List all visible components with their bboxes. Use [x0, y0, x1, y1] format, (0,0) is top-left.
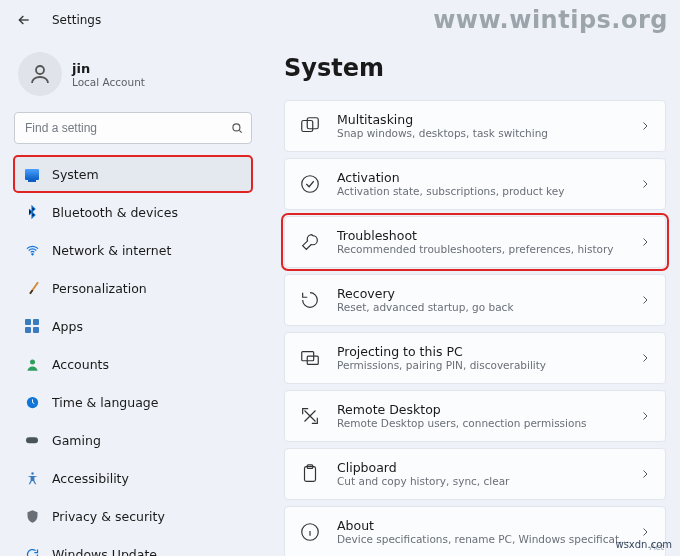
card-title: Clipboard: [337, 460, 631, 476]
apps-icon: [24, 318, 40, 334]
sidebar-item-label: Apps: [52, 319, 83, 334]
sidebar-item-label: Personalization: [52, 281, 147, 296]
card-recovery[interactable]: RecoveryReset, advanced startup, go back: [284, 274, 666, 326]
sidebar-item-system[interactable]: System: [14, 156, 252, 192]
svg-point-1: [233, 124, 240, 131]
card-title: Remote Desktop: [337, 402, 631, 418]
sidebar-item-accessibility[interactable]: Accessibility: [14, 460, 252, 496]
sidebar-item-label: Network & internet: [52, 243, 171, 258]
card-sub: Recommended troubleshooters, preferences…: [337, 243, 631, 256]
card-multitasking[interactable]: MultitaskingSnap windows, desktops, task…: [284, 100, 666, 152]
title-bar: Settings: [0, 0, 680, 40]
update-icon: [24, 546, 40, 556]
card-troubleshoot[interactable]: TroubleshootRecommended troubleshooters,…: [284, 216, 666, 268]
sidebar-item-privacy[interactable]: Privacy & security: [14, 498, 252, 534]
card-clipboard[interactable]: ClipboardCut and copy history, sync, cle…: [284, 448, 666, 500]
account-block[interactable]: jin Local Account: [14, 46, 252, 112]
card-remote-desktop[interactable]: Remote DesktopRemote Desktop users, conn…: [284, 390, 666, 442]
troubleshoot-icon: [299, 231, 321, 253]
sidebar-item-gaming[interactable]: Gaming: [14, 422, 252, 458]
chevron-right-icon: [639, 120, 651, 132]
sidebar-item-apps[interactable]: Apps: [14, 308, 252, 344]
sidebar-item-accounts[interactable]: Accounts: [14, 346, 252, 382]
chevron-right-icon: [639, 236, 651, 248]
card-title: About: [337, 518, 631, 534]
multitasking-icon: [299, 115, 321, 137]
page-title: System: [284, 54, 666, 82]
account-sub: Local Account: [72, 76, 145, 88]
main-panel: System MultitaskingSnap windows, desktop…: [264, 40, 680, 556]
chevron-right-icon: [639, 294, 651, 306]
person-icon: [24, 356, 40, 372]
sidebar-item-label: Accounts: [52, 357, 109, 372]
card-activation[interactable]: ActivationActivation state, subscription…: [284, 158, 666, 210]
sidebar-item-label: Accessibility: [52, 471, 129, 486]
card-sub: Activation state, subscriptions, product…: [337, 185, 631, 198]
display-icon: [24, 166, 40, 182]
card-sub: Reset, advanced startup, go back: [337, 301, 631, 314]
sidebar-item-label: Bluetooth & devices: [52, 205, 178, 220]
card-title: Troubleshoot: [337, 228, 631, 244]
sidebar-item-label: System: [52, 167, 99, 182]
search-wrap: [14, 112, 252, 144]
settings-list: MultitaskingSnap windows, desktops, task…: [284, 100, 666, 556]
sidebar-item-network[interactable]: Network & internet: [14, 232, 252, 268]
nav: System Bluetooth & devices Network & int…: [14, 156, 252, 556]
search-icon: [230, 121, 244, 135]
account-name: jin: [72, 61, 145, 76]
recovery-icon: [299, 289, 321, 311]
back-button[interactable]: [14, 10, 34, 30]
chevron-right-icon: [639, 410, 651, 422]
sidebar-item-personalization[interactable]: Personalization: [14, 270, 252, 306]
card-title: Activation: [337, 170, 631, 186]
shield-icon: [24, 508, 40, 524]
card-title: Projecting to this PC: [337, 344, 631, 360]
sidebar-item-update[interactable]: Windows Update: [14, 536, 252, 556]
avatar: [18, 52, 62, 96]
clipboard-icon: [299, 463, 321, 485]
sidebar-item-time[interactable]: Time & language: [14, 384, 252, 420]
accessibility-icon: [24, 470, 40, 486]
chevron-right-icon: [639, 352, 651, 364]
svg-point-6: [31, 472, 34, 475]
card-sub: Permissions, pairing PIN, discoverabilit…: [337, 359, 631, 372]
clock-icon: [24, 394, 40, 410]
bluetooth-icon: [24, 204, 40, 220]
sidebar-item-label: Gaming: [52, 433, 101, 448]
app-title: Settings: [52, 13, 101, 27]
sidebar: jin Local Account System Bluetooth & dev…: [0, 40, 264, 556]
sidebar-item-label: Windows Update: [52, 547, 157, 557]
svg-rect-5: [26, 437, 38, 443]
card-sub: Snap windows, desktops, task switching: [337, 127, 631, 140]
card-about[interactable]: AboutDevice specifications, rename PC, W…: [284, 506, 666, 556]
sidebar-item-label: Time & language: [52, 395, 158, 410]
remote-desktop-icon: [299, 405, 321, 427]
gamepad-icon: [24, 432, 40, 448]
card-sub: Device specifications, rename PC, Window…: [337, 533, 631, 546]
projecting-icon: [299, 347, 321, 369]
wifi-icon: [24, 242, 40, 258]
svg-point-0: [36, 66, 44, 74]
svg-point-9: [302, 176, 319, 193]
activation-icon: [299, 173, 321, 195]
card-sub: Cut and copy history, sync, clear: [337, 475, 631, 488]
search-input[interactable]: [14, 112, 252, 144]
card-projecting[interactable]: Projecting to this PCPermissions, pairin…: [284, 332, 666, 384]
chevron-right-icon: [639, 468, 651, 480]
sidebar-item-bluetooth[interactable]: Bluetooth & devices: [14, 194, 252, 230]
about-icon: [299, 521, 321, 543]
paintbrush-icon: [24, 280, 40, 296]
card-sub: Remote Desktop users, connection permiss…: [337, 417, 631, 430]
chevron-right-icon: [639, 178, 651, 190]
svg-point-3: [30, 359, 35, 364]
chevron-right-icon: [639, 526, 651, 538]
sidebar-item-label: Privacy & security: [52, 509, 165, 524]
svg-point-2: [31, 253, 33, 255]
card-title: Multitasking: [337, 112, 631, 128]
card-title: Recovery: [337, 286, 631, 302]
